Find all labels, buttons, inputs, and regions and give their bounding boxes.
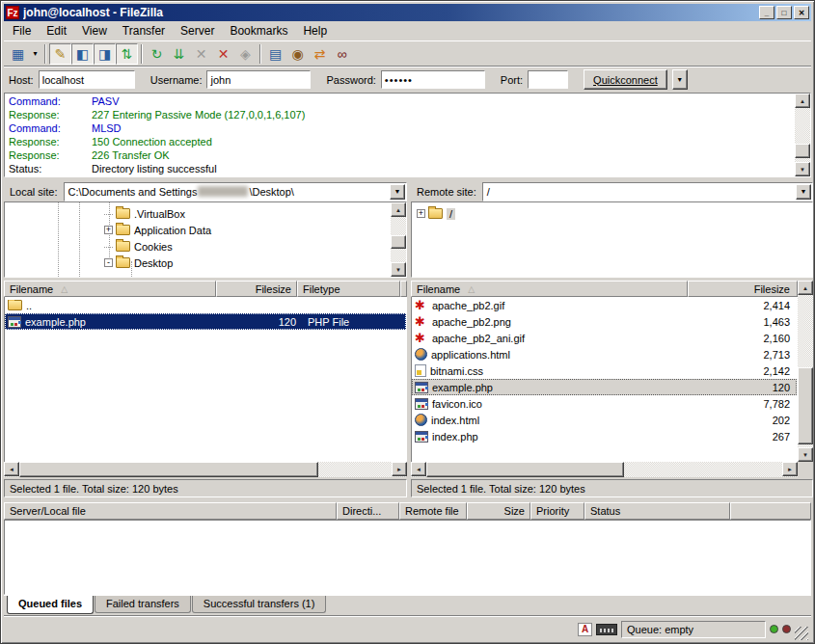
resize-grip[interactable] <box>795 627 808 640</box>
toggle-remote-tree-button[interactable]: ◨ <box>94 43 116 65</box>
tree-expander-icon[interactable]: - <box>104 258 113 267</box>
refresh-button[interactable]: ↻ <box>146 43 168 65</box>
column-header-filetype[interactable]: Filetype <box>297 281 400 297</box>
synchronized-browsing-button[interactable]: ⇄ <box>309 43 331 65</box>
scroll-down-icon[interactable]: ▼ <box>798 447 813 462</box>
remote-list-hscrollbar[interactable]: ◄ ► <box>411 462 798 477</box>
cancel-operation-button[interactable]: ✕ <box>190 43 212 65</box>
menu-item[interactable]: Help <box>295 22 335 40</box>
transfer-queue-list[interactable] <box>4 520 811 595</box>
tree-item-cookies[interactable]: Cookies <box>5 238 406 255</box>
site-manager-dropdown[interactable]: ▾ <box>29 43 41 65</box>
scroll-right-icon[interactable]: ► <box>782 462 798 476</box>
quickconnect-dropdown[interactable]: ▼ <box>672 69 688 90</box>
local-site-dropdown[interactable]: ▼ <box>390 184 405 200</box>
local-tree-scrollbar-thumb[interactable] <box>391 235 406 249</box>
compare-directories-button[interactable]: ◉ <box>286 43 309 65</box>
log-scrollbar-thumb[interactable] <box>795 144 810 158</box>
file-row-index-html[interactable]: index.html 202 <box>412 412 797 428</box>
tree-item-application-data[interactable]: + Application Data <box>5 222 406 238</box>
file-row-example-php[interactable]: example.php 120 PHP File 1 <box>5 313 406 330</box>
remote-vscrollbar-thumb[interactable] <box>798 367 813 444</box>
menu-item[interactable]: Bookmarks <box>222 22 295 40</box>
scroll-right-icon[interactable]: ► <box>392 462 407 476</box>
file-row-parent-dir[interactable]: .. <box>5 297 406 313</box>
message-log[interactable]: Command: PASV Response: 227 Entering Pas… <box>4 93 811 177</box>
remote-hscrollbar-thumb[interactable] <box>426 462 624 477</box>
toggle-message-log-button[interactable]: ✎ <box>49 43 71 65</box>
port-input[interactable] <box>528 70 568 89</box>
menu-item[interactable]: File <box>5 22 39 40</box>
file-row-applications-html[interactable]: applications.html 2,713 <box>412 346 797 362</box>
column-header-server-local-file[interactable]: Server/Local file <box>4 502 337 520</box>
disconnect-button[interactable]: ✕ <box>212 43 234 65</box>
column-header-filesize[interactable]: Filesize <box>688 281 798 297</box>
file-row-favicon-ico[interactable]: favicon.ico 7,782 <box>412 395 797 412</box>
tree-expander-icon[interactable] <box>104 247 113 248</box>
column-header-size[interactable]: Size <box>467 502 530 520</box>
password-input[interactable]: •••••• <box>381 70 485 89</box>
remote-list-vscrollbar[interactable]: ▲ ▼ <box>798 281 813 462</box>
tree-expander-icon[interactable] <box>104 214 113 215</box>
tree-item-desktop[interactable]: - Desktop <box>5 255 406 271</box>
find-files-button[interactable]: ∞ <box>331 43 353 65</box>
remote-file-list[interactable]: apache_pb2.gif 2,414 apache_pb2.png 1,46… <box>411 297 798 462</box>
reconnect-button[interactable]: ◈ <box>234 43 257 65</box>
file-row-bitnami-css[interactable]: bitnami.css 2,142 <box>412 362 797 379</box>
column-header-direction[interactable]: Directi... <box>337 502 399 520</box>
file-row-index-php[interactable]: index.php 267 <box>412 428 797 444</box>
scroll-up-icon[interactable]: ▲ <box>391 202 406 217</box>
open-site-manager-button[interactable]: ▦ <box>7 43 29 65</box>
ascii-transfer-type-icon[interactable]: A <box>578 623 592 636</box>
column-header-priority[interactable]: Priority <box>530 502 584 520</box>
log-scrollbar[interactable]: ▲ ▼ <box>795 94 810 176</box>
remote-directory-tree[interactable]: + / <box>411 201 813 278</box>
remote-site-dropdown[interactable]: ▼ <box>796 184 811 200</box>
scroll-left-icon[interactable]: ◄ <box>411 462 426 476</box>
speed-limit-icon[interactable] <box>596 624 617 635</box>
close-button[interactable]: ✕ <box>794 6 809 19</box>
column-header-filesize[interactable]: Filesize <box>216 281 297 297</box>
tree-expander-icon[interactable]: + <box>417 209 425 218</box>
tree-expander-icon[interactable]: + <box>104 226 113 234</box>
menu-item[interactable]: Edit <box>39 22 74 40</box>
scroll-down-icon[interactable]: ▼ <box>391 262 406 277</box>
process-queue-button[interactable]: ⇊ <box>168 43 190 65</box>
tab-queued-files[interactable]: Queued files <box>7 596 94 614</box>
column-header-filename[interactable]: Filename△ <box>4 281 216 297</box>
scroll-down-icon[interactable]: ▼ <box>795 162 810 176</box>
host-input[interactable]: localhost <box>39 70 135 89</box>
local-directory-tree[interactable]: .VirtualBox + Application Data <box>4 201 407 278</box>
scroll-up-icon[interactable]: ▲ <box>795 94 810 108</box>
tab-failed-transfers[interactable]: Failed transfers <box>95 596 191 613</box>
column-header-last-modified[interactable]: L <box>400 281 407 297</box>
file-row-apache-pb2-ani-gif[interactable]: apache_pb2_ani.gif 2,160 <box>412 330 797 346</box>
local-hscrollbar-thumb[interactable] <box>19 462 318 477</box>
local-list-hscrollbar[interactable]: ◄ ► <box>4 462 407 477</box>
scroll-up-icon[interactable]: ▲ <box>798 281 813 295</box>
column-header-remote-file[interactable]: Remote file <box>399 502 467 520</box>
scroll-left-icon[interactable]: ◄ <box>4 462 19 476</box>
file-row-apache-pb2-png[interactable]: apache_pb2.png 1,463 <box>412 313 797 330</box>
remote-site-combo[interactable]: / ▼ <box>482 182 813 201</box>
username-input[interactable]: john <box>206 70 311 89</box>
toggle-queue-button[interactable]: ⇅ <box>116 43 138 65</box>
tree-item-root[interactable]: + / <box>412 205 812 222</box>
filter-button[interactable]: ▤ <box>264 43 286 65</box>
menu-item[interactable]: View <box>74 22 115 40</box>
quickconnect-button[interactable]: Quickconnect <box>584 69 667 90</box>
toggle-local-tree-button[interactable]: ◧ <box>71 43 94 65</box>
maximize-button[interactable]: □ <box>776 6 792 19</box>
file-row-apache-pb2-gif[interactable]: apache_pb2.gif 2,414 <box>412 297 797 313</box>
tab-successful-transfers[interactable]: Successful transfers (1) <box>192 596 327 613</box>
file-row-example-php[interactable]: example.php 120 <box>412 379 797 395</box>
menu-item[interactable]: Server <box>173 22 222 40</box>
menu-item[interactable]: Transfer <box>115 22 173 40</box>
minimize-button[interactable]: _ <box>759 6 774 19</box>
titlebar[interactable]: Fz john@localhost - FileZilla _□✕ <box>4 4 811 21</box>
local-tree-scrollbar[interactable]: ▲ ▼ <box>391 202 406 277</box>
local-site-combo[interactable]: C:\Documents and Settings\Desktop\ ▼ <box>64 182 407 201</box>
column-header-status[interactable]: Status <box>584 502 730 520</box>
column-header-filename[interactable]: Filename△ <box>411 281 688 297</box>
local-file-list[interactable]: .. example.php 120 PHP File 1 <box>4 297 407 462</box>
